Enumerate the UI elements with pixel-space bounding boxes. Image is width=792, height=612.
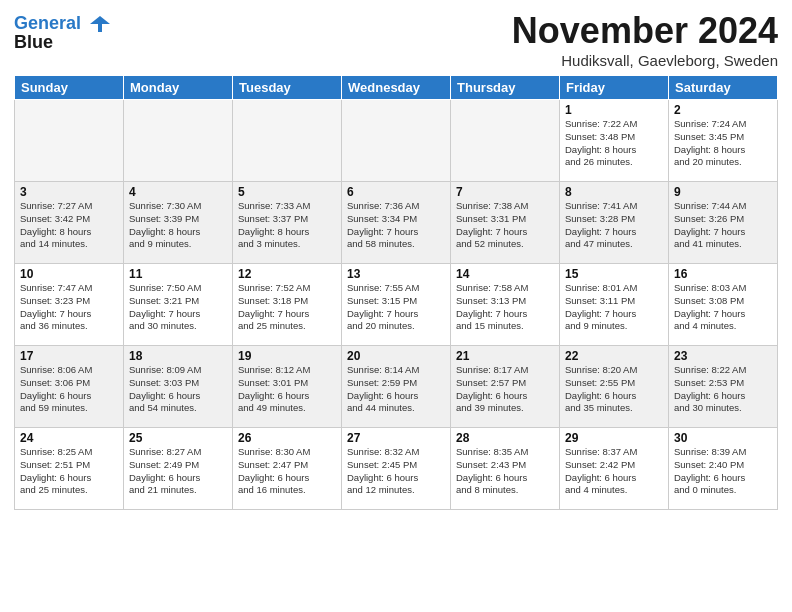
day-number: 6 <box>347 185 445 199</box>
day-number: 30 <box>674 431 772 445</box>
calendar-cell: 28Sunrise: 8:35 AM Sunset: 2:43 PM Dayli… <box>451 428 560 510</box>
cell-daylight-info: Sunrise: 8:32 AM Sunset: 2:45 PM Dayligh… <box>347 446 445 497</box>
calendar-cell: 12Sunrise: 7:52 AM Sunset: 3:18 PM Dayli… <box>233 264 342 346</box>
cell-daylight-info: Sunrise: 8:01 AM Sunset: 3:11 PM Dayligh… <box>565 282 663 333</box>
cell-daylight-info: Sunrise: 7:24 AM Sunset: 3:45 PM Dayligh… <box>674 118 772 169</box>
day-number: 20 <box>347 349 445 363</box>
day-number: 10 <box>20 267 118 281</box>
calendar-cell: 22Sunrise: 8:20 AM Sunset: 2:55 PM Dayli… <box>560 346 669 428</box>
cell-daylight-info: Sunrise: 8:37 AM Sunset: 2:42 PM Dayligh… <box>565 446 663 497</box>
calendar-cell: 27Sunrise: 8:32 AM Sunset: 2:45 PM Dayli… <box>342 428 451 510</box>
calendar-cell: 15Sunrise: 8:01 AM Sunset: 3:11 PM Dayli… <box>560 264 669 346</box>
day-number: 13 <box>347 267 445 281</box>
day-number: 23 <box>674 349 772 363</box>
cell-daylight-info: Sunrise: 7:58 AM Sunset: 3:13 PM Dayligh… <box>456 282 554 333</box>
calendar-cell <box>124 100 233 182</box>
calendar-cell: 29Sunrise: 8:37 AM Sunset: 2:42 PM Dayli… <box>560 428 669 510</box>
page-container: General Blue November 2024 Hudiksvall, G… <box>0 0 792 518</box>
month-title: November 2024 <box>512 10 778 52</box>
calendar-cell: 11Sunrise: 7:50 AM Sunset: 3:21 PM Dayli… <box>124 264 233 346</box>
svg-marker-0 <box>90 16 110 32</box>
day-number: 11 <box>129 267 227 281</box>
day-number: 16 <box>674 267 772 281</box>
day-number: 26 <box>238 431 336 445</box>
day-number: 19 <box>238 349 336 363</box>
calendar-cell: 23Sunrise: 8:22 AM Sunset: 2:53 PM Dayli… <box>669 346 778 428</box>
title-block: November 2024 Hudiksvall, Gaevleborg, Sw… <box>512 10 778 69</box>
day-number: 14 <box>456 267 554 281</box>
calendar-cell: 9Sunrise: 7:44 AM Sunset: 3:26 PM Daylig… <box>669 182 778 264</box>
cell-daylight-info: Sunrise: 8:25 AM Sunset: 2:51 PM Dayligh… <box>20 446 118 497</box>
calendar-cell <box>342 100 451 182</box>
calendar-header-row: Sunday Monday Tuesday Wednesday Thursday… <box>15 76 778 100</box>
day-number: 4 <box>129 185 227 199</box>
calendar-cell: 14Sunrise: 7:58 AM Sunset: 3:13 PM Dayli… <box>451 264 560 346</box>
calendar-week-1: 3Sunrise: 7:27 AM Sunset: 3:42 PM Daylig… <box>15 182 778 264</box>
cell-daylight-info: Sunrise: 7:52 AM Sunset: 3:18 PM Dayligh… <box>238 282 336 333</box>
calendar-cell: 21Sunrise: 8:17 AM Sunset: 2:57 PM Dayli… <box>451 346 560 428</box>
day-number: 17 <box>20 349 118 363</box>
cell-daylight-info: Sunrise: 8:09 AM Sunset: 3:03 PM Dayligh… <box>129 364 227 415</box>
cell-daylight-info: Sunrise: 7:50 AM Sunset: 3:21 PM Dayligh… <box>129 282 227 333</box>
cell-daylight-info: Sunrise: 8:17 AM Sunset: 2:57 PM Dayligh… <box>456 364 554 415</box>
cell-daylight-info: Sunrise: 8:20 AM Sunset: 2:55 PM Dayligh… <box>565 364 663 415</box>
logo-text: General <box>14 14 110 34</box>
day-number: 2 <box>674 103 772 117</box>
cell-daylight-info: Sunrise: 7:33 AM Sunset: 3:37 PM Dayligh… <box>238 200 336 251</box>
calendar-cell: 6Sunrise: 7:36 AM Sunset: 3:34 PM Daylig… <box>342 182 451 264</box>
calendar-cell: 2Sunrise: 7:24 AM Sunset: 3:45 PM Daylig… <box>669 100 778 182</box>
calendar-cell: 7Sunrise: 7:38 AM Sunset: 3:31 PM Daylig… <box>451 182 560 264</box>
calendar-cell <box>15 100 124 182</box>
day-number: 22 <box>565 349 663 363</box>
col-tuesday: Tuesday <box>233 76 342 100</box>
cell-daylight-info: Sunrise: 7:30 AM Sunset: 3:39 PM Dayligh… <box>129 200 227 251</box>
calendar-week-4: 24Sunrise: 8:25 AM Sunset: 2:51 PM Dayli… <box>15 428 778 510</box>
calendar-cell: 26Sunrise: 8:30 AM Sunset: 2:47 PM Dayli… <box>233 428 342 510</box>
day-number: 8 <box>565 185 663 199</box>
cell-daylight-info: Sunrise: 7:27 AM Sunset: 3:42 PM Dayligh… <box>20 200 118 251</box>
cell-daylight-info: Sunrise: 8:35 AM Sunset: 2:43 PM Dayligh… <box>456 446 554 497</box>
calendar-cell: 16Sunrise: 8:03 AM Sunset: 3:08 PM Dayli… <box>669 264 778 346</box>
calendar-cell: 10Sunrise: 7:47 AM Sunset: 3:23 PM Dayli… <box>15 264 124 346</box>
calendar-cell: 24Sunrise: 8:25 AM Sunset: 2:51 PM Dayli… <box>15 428 124 510</box>
day-number: 15 <box>565 267 663 281</box>
day-number: 9 <box>674 185 772 199</box>
calendar-cell: 20Sunrise: 8:14 AM Sunset: 2:59 PM Dayli… <box>342 346 451 428</box>
day-number: 21 <box>456 349 554 363</box>
calendar-cell: 4Sunrise: 7:30 AM Sunset: 3:39 PM Daylig… <box>124 182 233 264</box>
cell-daylight-info: Sunrise: 7:36 AM Sunset: 3:34 PM Dayligh… <box>347 200 445 251</box>
calendar-cell: 19Sunrise: 8:12 AM Sunset: 3:01 PM Dayli… <box>233 346 342 428</box>
calendar-cell: 18Sunrise: 8:09 AM Sunset: 3:03 PM Dayli… <box>124 346 233 428</box>
cell-daylight-info: Sunrise: 8:39 AM Sunset: 2:40 PM Dayligh… <box>674 446 772 497</box>
calendar-cell: 1Sunrise: 7:22 AM Sunset: 3:48 PM Daylig… <box>560 100 669 182</box>
cell-daylight-info: Sunrise: 8:14 AM Sunset: 2:59 PM Dayligh… <box>347 364 445 415</box>
logo: General Blue <box>14 14 110 53</box>
col-wednesday: Wednesday <box>342 76 451 100</box>
day-number: 27 <box>347 431 445 445</box>
calendar-cell <box>233 100 342 182</box>
calendar-cell: 8Sunrise: 7:41 AM Sunset: 3:28 PM Daylig… <box>560 182 669 264</box>
cell-daylight-info: Sunrise: 7:22 AM Sunset: 3:48 PM Dayligh… <box>565 118 663 169</box>
logo-bird-icon <box>88 14 110 34</box>
location-subtitle: Hudiksvall, Gaevleborg, Sweden <box>512 52 778 69</box>
calendar-cell: 5Sunrise: 7:33 AM Sunset: 3:37 PM Daylig… <box>233 182 342 264</box>
col-friday: Friday <box>560 76 669 100</box>
day-number: 1 <box>565 103 663 117</box>
cell-daylight-info: Sunrise: 8:30 AM Sunset: 2:47 PM Dayligh… <box>238 446 336 497</box>
cell-daylight-info: Sunrise: 7:44 AM Sunset: 3:26 PM Dayligh… <box>674 200 772 251</box>
calendar-cell: 13Sunrise: 7:55 AM Sunset: 3:15 PM Dayli… <box>342 264 451 346</box>
col-sunday: Sunday <box>15 76 124 100</box>
day-number: 5 <box>238 185 336 199</box>
calendar-cell: 17Sunrise: 8:06 AM Sunset: 3:06 PM Dayli… <box>15 346 124 428</box>
day-number: 25 <box>129 431 227 445</box>
calendar-cell <box>451 100 560 182</box>
cell-daylight-info: Sunrise: 8:27 AM Sunset: 2:49 PM Dayligh… <box>129 446 227 497</box>
day-number: 12 <box>238 267 336 281</box>
cell-daylight-info: Sunrise: 8:12 AM Sunset: 3:01 PM Dayligh… <box>238 364 336 415</box>
col-monday: Monday <box>124 76 233 100</box>
cell-daylight-info: Sunrise: 7:41 AM Sunset: 3:28 PM Dayligh… <box>565 200 663 251</box>
calendar-cell: 30Sunrise: 8:39 AM Sunset: 2:40 PM Dayli… <box>669 428 778 510</box>
day-number: 24 <box>20 431 118 445</box>
col-thursday: Thursday <box>451 76 560 100</box>
cell-daylight-info: Sunrise: 7:47 AM Sunset: 3:23 PM Dayligh… <box>20 282 118 333</box>
